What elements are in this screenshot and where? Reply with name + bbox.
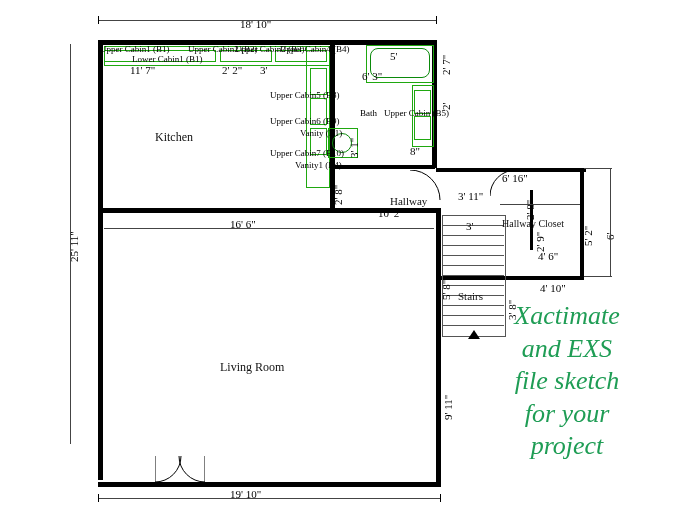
door-arc-icon (155, 456, 205, 486)
dim-tub-h: 6' 3" (362, 70, 382, 82)
annot-bath: Bath (360, 108, 377, 118)
annot-uc5: Upper Cabin5 (B8) (270, 90, 340, 100)
dim-left-main: 25' 11" (68, 231, 80, 262)
annot-vanity: Vanity (B1) (300, 128, 342, 138)
annot-uc7: Upper Cabin7 (B10) (270, 148, 344, 158)
annot-uc1: Upper Cabin1 (B1) (100, 44, 170, 54)
dim-tub-w: 5' (390, 50, 397, 62)
promo-line-2: and EXS (522, 334, 612, 363)
door-arc-icon (490, 170, 530, 200)
dim-kitchen-c3: 3' (260, 64, 267, 76)
promo-line-5: project (531, 431, 604, 460)
dim-kitchen-c1: 11' 7" (130, 64, 155, 76)
annot-vanity1: Vanity1 (B4) (295, 160, 342, 170)
dim-hc-h3: 5' 2" (582, 226, 594, 246)
room-kitchen: Kitchen (155, 130, 193, 145)
annot-uc4: Upper Cabin4 (B4) (280, 44, 350, 54)
promo-line-4: for your (525, 399, 610, 428)
dim-top-main: 18' 10" (240, 18, 271, 30)
door-arc-icon (410, 170, 450, 210)
dim-small2: 2' (440, 103, 452, 110)
annot-uc6: Upper Cabin6 (B9) (270, 116, 340, 126)
dim-hc-h: 2' 8" (524, 200, 536, 220)
dim-hall-h1: 2' 8" (332, 185, 344, 205)
dim-hc-h2: 2' 9" (534, 232, 546, 252)
dim-lr911: 9' 11" (442, 395, 454, 420)
dim-stairs3: 3' (466, 220, 473, 232)
dim-small8: 8" (410, 145, 420, 157)
dim-stairs58: 5' 8" (440, 280, 452, 300)
annot-lc1: Lower Cabin1 (B1) (132, 54, 202, 64)
promo-line-1: Xactimate (514, 301, 619, 330)
promo-line-3: file sketch (515, 366, 620, 395)
dim-right-ext: 4' 10" (540, 282, 566, 294)
dim-kitchen-c2: 2' 2" (222, 64, 242, 76)
room-living: Living Room (220, 360, 284, 375)
dim-hall-w: 10' 2" (378, 207, 404, 219)
dim-hall-h2: 3' 1" (348, 138, 360, 158)
dim-hall311: 3' 11" (458, 190, 483, 202)
dim-small27: 2' 7" (440, 55, 452, 75)
promo-text: Xactimate and EXS file sketch for your p… (482, 300, 652, 463)
room-stairs: Stairs (458, 290, 483, 302)
